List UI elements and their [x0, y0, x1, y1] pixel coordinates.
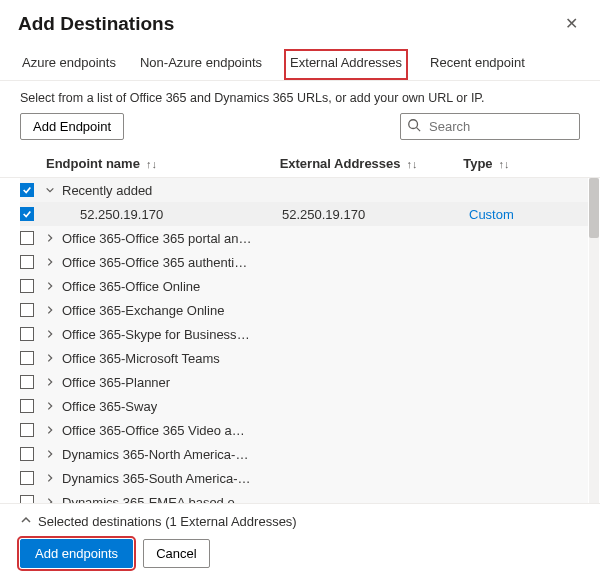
checkbox[interactable]	[20, 423, 34, 437]
column-external-addresses[interactable]: External Addresses ↑↓	[280, 156, 464, 171]
checkbox[interactable]	[20, 207, 34, 221]
table-row[interactable]: 52.250.19.17052.250.19.170Custom	[20, 202, 588, 226]
table-row[interactable]: Office 365-Office 365 authentication ...	[20, 250, 588, 274]
row-label: Office 365-Office 365 Video and Micr...	[62, 423, 252, 438]
checkbox[interactable]	[20, 327, 34, 341]
close-icon[interactable]: ✕	[561, 12, 582, 35]
chevron-right-icon[interactable]	[44, 353, 56, 363]
chevron-right-icon[interactable]	[44, 257, 56, 267]
type-link[interactable]: Custom	[469, 207, 514, 222]
footer-actions: Add endpoints Cancel	[0, 539, 600, 584]
add-endpoints-button[interactable]: Add endpoints	[20, 539, 133, 568]
sort-icon: ↑↓	[499, 158, 510, 170]
chevron-right-icon[interactable]	[44, 497, 56, 503]
row-label: Office 365-Office 365 portal and shar...	[62, 231, 252, 246]
table-row[interactable]: Office 365-Exchange Online	[20, 298, 588, 322]
checkbox[interactable]	[20, 183, 34, 197]
svg-line-1	[417, 128, 421, 132]
row-label: Office 365-Planner	[62, 375, 170, 390]
endpoint-list: Recently added52.250.19.17052.250.19.170…	[0, 178, 600, 503]
row-label: Office 365-Office 365 authentication ...	[62, 255, 252, 270]
toolbar: Add Endpoint	[0, 113, 600, 150]
search-icon	[407, 118, 427, 135]
table-row[interactable]: Office 365-Planner	[20, 370, 588, 394]
row-label: Recently added	[62, 183, 152, 198]
table-row[interactable]: Recently added	[20, 178, 588, 202]
sort-icon: ↑↓	[407, 158, 418, 170]
table-row[interactable]: Office 365-Office 365 portal and shar...	[20, 226, 588, 250]
row-label: Office 365-Exchange Online	[62, 303, 224, 318]
checkbox[interactable]	[20, 303, 34, 317]
add-endpoint-button[interactable]: Add Endpoint	[20, 113, 124, 140]
table-row[interactable]: Dynamics 365-EMEA based organizat...	[20, 490, 588, 503]
table-row[interactable]: Office 365-Skype for Business Online	[20, 322, 588, 346]
cancel-button[interactable]: Cancel	[143, 539, 209, 568]
selected-summary-toggle[interactable]: Selected destinations (1 External Addres…	[0, 503, 600, 539]
table-row[interactable]: Office 365-Sway	[20, 394, 588, 418]
chevron-down-icon[interactable]	[44, 185, 56, 195]
tabs: Azure endpointsNon-Azure endpointsExtern…	[0, 43, 600, 81]
checkbox[interactable]	[20, 279, 34, 293]
checkbox[interactable]	[20, 399, 34, 413]
chevron-up-icon	[20, 514, 32, 529]
checkbox[interactable]	[20, 351, 34, 365]
row-label: Office 365-Sway	[62, 399, 157, 414]
scrollbar-thumb[interactable]	[589, 178, 599, 238]
sort-icon: ↑↓	[146, 158, 157, 170]
add-destinations-panel: Add Destinations ✕ Azure endpointsNon-Az…	[0, 0, 600, 584]
checkbox[interactable]	[20, 375, 34, 389]
table-row[interactable]: Office 365-Microsoft Teams	[20, 346, 588, 370]
chevron-right-icon[interactable]	[44, 329, 56, 339]
table-row[interactable]: Dynamics 365-North America-based ...	[20, 442, 588, 466]
tab-azure-endpoints[interactable]: Azure endpoints	[20, 49, 118, 80]
checkbox[interactable]	[20, 231, 34, 245]
row-label: Dynamics 365-South America-based ...	[62, 471, 252, 486]
tab-recent-endpoint[interactable]: Recent endpoint	[428, 49, 527, 80]
table-header: Endpoint name ↑↓ External Addresses ↑↓ T…	[0, 150, 600, 178]
column-endpoint-name[interactable]: Endpoint name ↑↓	[46, 156, 280, 171]
row-label: Office 365-Microsoft Teams	[62, 351, 220, 366]
table-row[interactable]: Dynamics 365-South America-based ...	[20, 466, 588, 490]
column-type[interactable]: Type ↑↓	[463, 156, 580, 171]
chevron-right-icon[interactable]	[44, 449, 56, 459]
chevron-right-icon[interactable]	[44, 425, 56, 435]
chevron-right-icon[interactable]	[44, 473, 56, 483]
table-row[interactable]: Office 365-Office 365 Video and Micr...	[20, 418, 588, 442]
checkbox[interactable]	[20, 495, 34, 503]
row-label: Dynamics 365-North America-based ...	[62, 447, 252, 462]
checkbox[interactable]	[20, 447, 34, 461]
chevron-right-icon[interactable]	[44, 401, 56, 411]
svg-point-0	[409, 120, 418, 129]
search-input[interactable]	[427, 118, 573, 135]
chevron-right-icon[interactable]	[44, 233, 56, 243]
row-label: 52.250.19.170	[80, 207, 163, 222]
search-box[interactable]	[400, 113, 580, 140]
row-label: Dynamics 365-EMEA based organizat...	[62, 495, 252, 504]
checkbox[interactable]	[20, 471, 34, 485]
row-type: Custom	[469, 207, 588, 222]
row-address: 52.250.19.170	[282, 207, 469, 222]
selected-summary-label: Selected destinations (1 External Addres…	[38, 514, 297, 529]
row-label: Office 365-Office Online	[62, 279, 200, 294]
panel-description: Select from a list of Office 365 and Dyn…	[0, 81, 600, 113]
panel-title: Add Destinations	[18, 13, 174, 35]
panel-header: Add Destinations ✕	[0, 0, 600, 43]
tab-non-azure-endpoints[interactable]: Non-Azure endpoints	[138, 49, 264, 80]
row-label: Office 365-Skype for Business Online	[62, 327, 252, 342]
table-row[interactable]: Office 365-Office Online	[20, 274, 588, 298]
chevron-right-icon[interactable]	[44, 377, 56, 387]
tab-external-addresses[interactable]: External Addresses	[284, 49, 408, 80]
chevron-right-icon[interactable]	[44, 305, 56, 315]
checkbox[interactable]	[20, 255, 34, 269]
chevron-right-icon[interactable]	[44, 281, 56, 291]
